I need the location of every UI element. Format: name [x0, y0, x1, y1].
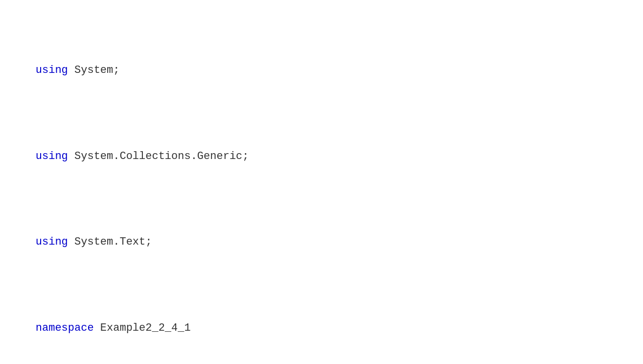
using-keyword-2: using	[36, 150, 68, 162]
using-keyword-3: using	[36, 236, 68, 248]
namespace-keyword: namespace	[36, 322, 94, 334]
code-line-3: using System.Text;	[10, 216, 633, 268]
code-line-4: namespace Example2_2_4_1	[10, 302, 633, 354]
using-keyword: using	[36, 64, 68, 76]
code-block: using System; using System.Collections.G…	[10, 10, 633, 364]
code-line-2: using System.Collections.Generic;	[10, 130, 633, 182]
code-line-1: using System;	[10, 44, 633, 96]
